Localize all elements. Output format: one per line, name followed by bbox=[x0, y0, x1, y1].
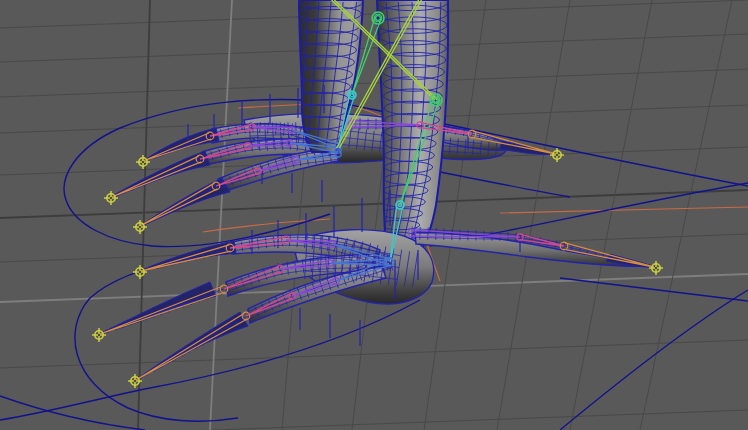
ik-handle-dot bbox=[139, 271, 141, 273]
ik-handle-dot bbox=[655, 267, 657, 269]
viewport-background bbox=[0, 0, 748, 430]
viewport-3d[interactable] bbox=[0, 0, 748, 430]
ik-handle-dot bbox=[134, 380, 136, 382]
ik-handle-dot bbox=[142, 161, 144, 163]
ik-handle-dot bbox=[98, 334, 100, 336]
ik-handle-dot bbox=[110, 197, 112, 199]
viewport-window bbox=[0, 0, 748, 430]
ik-handle-dot bbox=[139, 226, 141, 228]
ik-handle-dot bbox=[556, 154, 558, 156]
